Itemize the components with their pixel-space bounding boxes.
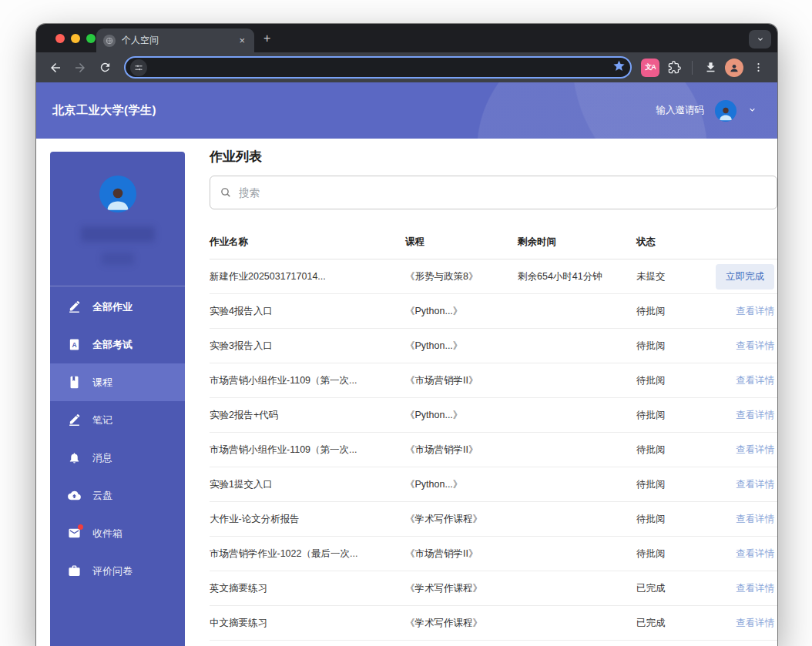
page-content: 全部作业 A 全部考试 课程 笔记 消息 云盘 收件箱 评价问卷 作业列表 — [36, 139, 777, 646]
homework-name: 实验4报告入口 — [210, 294, 405, 329]
homework-name: 市场营销小组作业-1109（第一次... — [210, 363, 405, 398]
new-tab-button[interactable]: + — [263, 32, 270, 45]
tab-close-icon[interactable]: × — [236, 34, 248, 47]
view-details-link[interactable]: 查看详情 — [736, 306, 774, 316]
bookmark-star-icon[interactable] — [612, 59, 626, 75]
status-text: 待批阅 — [636, 363, 701, 398]
close-window-button[interactable] — [55, 34, 65, 43]
cloud-icon — [68, 489, 81, 502]
remaining-time — [518, 363, 636, 398]
table-header-row: 作业名称课程剩余时间状态 — [210, 228, 777, 259]
view-details-link[interactable]: 查看详情 — [736, 479, 774, 490]
table-row: 市场营销小组作业-1109（第一次... 《市场营销学II》 待批阅 查看详情 — [210, 433, 777, 467]
sidebar-menu: 全部作业 A 全部考试 课程 笔记 消息 云盘 收件箱 评价问卷 — [50, 286, 185, 590]
view-details-link[interactable]: 查看详情 — [736, 548, 774, 559]
notification-dot — [78, 524, 83, 530]
profile-name-blurred — [81, 226, 155, 242]
homework-name: 英文摘要练习 — [210, 571, 405, 606]
remaining-time — [518, 398, 636, 433]
homework-name: 中文摘要练习 — [210, 606, 405, 641]
profile-avatar-icon[interactable] — [725, 59, 743, 77]
remaining-time: 剩余654小时41分钟 — [518, 259, 636, 294]
briefcase-icon — [68, 564, 81, 577]
homework-name: 市场营销学作业-1022（最后一次... — [210, 537, 405, 571]
minimize-window-button[interactable] — [71, 34, 80, 43]
download-icon[interactable] — [700, 58, 720, 78]
account-chevron-icon[interactable] — [747, 104, 757, 118]
view-details-link[interactable]: 查看详情 — [736, 340, 774, 351]
homework-name: 实验1提交入口 — [210, 467, 405, 502]
profile-section — [50, 152, 185, 286]
sidebar-item[interactable]: 课程 — [50, 363, 185, 401]
tab-title: 个人空间 — [122, 34, 236, 47]
status-text: 未提交 — [636, 259, 701, 294]
sidebar-item[interactable]: 收件箱 — [50, 514, 185, 552]
remaining-time — [518, 294, 636, 329]
translate-extension-icon[interactable]: 文A — [641, 59, 659, 77]
search-input[interactable] — [239, 187, 767, 199]
course-name: 《市场营销学II》 — [405, 537, 518, 571]
back-icon[interactable] — [45, 58, 65, 78]
school-name: 北京工业大学(学生) — [52, 103, 156, 118]
invite-code-link[interactable]: 输入邀请码 — [656, 104, 705, 117]
page-title: 作业列表 — [210, 148, 777, 166]
extensions-puzzle-icon[interactable] — [664, 58, 684, 78]
sidebar-item[interactable]: 云盘 — [50, 477, 185, 514]
view-details-link[interactable]: 查看详情 — [736, 410, 774, 420]
homework-name: 新建作业2025031717014... — [210, 259, 405, 294]
sidebar-item[interactable]: 消息 — [50, 439, 185, 477]
profile-avatar[interactable] — [99, 176, 136, 213]
status-text: 待批阅 — [636, 467, 701, 502]
view-details-link[interactable]: 查看详情 — [736, 618, 774, 628]
table-row: 市场营销学作业-1022（最后一次... 《市场营销学II》 待批阅 查看详情 — [210, 537, 777, 571]
homework-name: 实验3报告入口 — [210, 329, 405, 363]
remaining-time — [518, 537, 636, 571]
exam-doc-icon: A — [68, 338, 81, 351]
status-text: 待批阅 — [636, 537, 701, 571]
table-row: 英文摘要练习 《学术写作课程》 已完成 查看详情 — [210, 571, 777, 606]
forward-icon[interactable] — [70, 58, 90, 78]
sidebar-item[interactable]: 评价问卷 — [50, 552, 185, 590]
main-panel: 作业列表 作业名称课程剩余时间状态 新建作业2025031717014... 《… — [210, 139, 777, 646]
column-header: 作业名称 — [210, 228, 405, 259]
table-row: 实验1提交入口 《Python...》 待批阅 查看详情 — [210, 467, 777, 502]
sidebar-item-label: 云盘 — [92, 489, 112, 503]
kebab-menu-icon[interactable] — [748, 58, 768, 78]
sidebar-item[interactable]: 笔记 — [50, 401, 185, 439]
view-details-link[interactable]: 查看详情 — [736, 514, 774, 524]
status-text: 待批阅 — [636, 433, 701, 467]
course-name: 《市场营销学II》 — [405, 433, 518, 467]
search-box[interactable] — [210, 176, 777, 209]
toolbar-separator — [692, 61, 693, 75]
address-bar[interactable] — [124, 56, 632, 79]
maximize-window-button[interactable] — [86, 34, 96, 43]
mail-icon — [68, 527, 81, 540]
tab-search-chevron-button[interactable] — [749, 30, 771, 49]
sidebar: 全部作业 A 全部考试 课程 笔记 消息 云盘 收件箱 评价问卷 — [50, 152, 185, 646]
view-details-link[interactable]: 查看详情 — [736, 375, 774, 386]
homework-name: 市场营销小组作业-1109（第一次... — [210, 433, 405, 467]
user-avatar[interactable] — [715, 100, 737, 122]
window-controls — [55, 34, 96, 43]
column-header-action — [701, 228, 777, 259]
homework-name: 实验2报告+代码 — [210, 398, 405, 433]
complete-now-button[interactable]: 立即完成 — [716, 264, 774, 290]
pencil-icon — [68, 300, 81, 313]
sidebar-item[interactable]: A 全部考试 — [50, 326, 185, 363]
sidebar-item[interactable]: 全部作业 — [50, 288, 185, 326]
remaining-time — [518, 467, 636, 502]
svg-text:A: A — [72, 341, 76, 349]
profile-id-blurred — [102, 253, 134, 265]
view-details-link[interactable]: 查看详情 — [736, 444, 774, 455]
tune-icon[interactable] — [130, 59, 147, 76]
browser-toolbar: 文A — [36, 52, 777, 82]
url-input[interactable] — [147, 62, 612, 73]
sidebar-item-label: 全部作业 — [92, 300, 133, 314]
browser-tab[interactable]: 个人空间 × — [96, 28, 254, 52]
reload-icon[interactable] — [95, 58, 115, 78]
view-details-link[interactable]: 查看详情 — [736, 583, 774, 594]
sidebar-item-label: 课程 — [92, 376, 112, 390]
sidebar-item-label: 笔记 — [92, 413, 112, 427]
sidebar-item-label: 全部考试 — [92, 338, 133, 352]
table-row: 大作业-论文分析报告 《学术写作课程》 待批阅 查看详情 — [210, 502, 777, 537]
